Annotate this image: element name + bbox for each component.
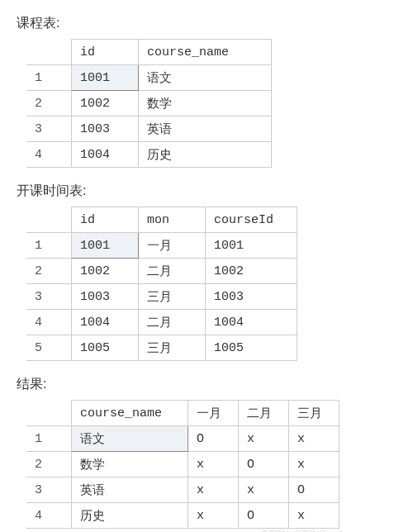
cell-m3: x bbox=[289, 452, 339, 477]
courses-table: id course_name 1 1001 语文 2 1002 数学 3 100… bbox=[26, 39, 272, 168]
table-row: 3 1003 英语 bbox=[26, 116, 272, 142]
schedule-title: 开课时间表: bbox=[17, 183, 396, 200]
schedule-table: id mon courseId 1 1001 一月 1001 2 1002 二月… bbox=[26, 207, 297, 361]
table-row: 3 英语 x x O bbox=[26, 477, 339, 503]
cell-m1: x bbox=[188, 452, 239, 477]
rownum-header bbox=[26, 40, 72, 65]
col-m1-header: 一月 bbox=[188, 401, 239, 426]
watermark-text: CSDN @QINKcsdn bbox=[17, 529, 347, 532]
col-m3-header: 三月 bbox=[289, 401, 339, 426]
table-row: 4 历史 x O x bbox=[26, 503, 339, 529]
col-coursename-header: course_name bbox=[139, 40, 272, 65]
cell-m2: O bbox=[239, 452, 289, 477]
cell-coursename: 数学 bbox=[139, 91, 272, 116]
rownum-header bbox=[26, 207, 72, 233]
rownum-cell: 2 bbox=[26, 91, 72, 116]
table-row: 2 数学 x O x bbox=[26, 452, 339, 477]
cell-courseid: 1001 bbox=[206, 233, 297, 259]
cell-id: 1003 bbox=[72, 116, 139, 142]
rownum-cell: 3 bbox=[26, 477, 72, 503]
table-row: 3 1003 三月 1003 bbox=[26, 284, 297, 310]
cell-m2: x bbox=[239, 426, 289, 452]
cell-coursename[interactable]: 语文 bbox=[72, 426, 188, 452]
rownum-cell: 1 bbox=[26, 65, 72, 91]
col-coursename-header: course_name bbox=[72, 401, 188, 426]
col-m2-header: 二月 bbox=[239, 401, 289, 426]
cell-m1: O bbox=[188, 426, 239, 452]
cell-coursename: 数学 bbox=[72, 452, 188, 477]
cell-m1: x bbox=[188, 503, 239, 529]
cell-id: 1004 bbox=[72, 310, 139, 335]
cell-m3: O bbox=[289, 477, 339, 503]
result-table: course_name 一月 二月 三月 1 语文 O x x 2 数学 x O… bbox=[26, 400, 339, 529]
cell-coursename: 历史 bbox=[72, 503, 188, 529]
rownum-cell: 1 bbox=[26, 233, 72, 259]
courses-title: 课程表: bbox=[17, 15, 396, 32]
rownum-cell: 4 bbox=[26, 503, 72, 529]
cell-id[interactable]: 1001 bbox=[72, 65, 139, 91]
cell-coursename: 英语 bbox=[72, 477, 188, 503]
cell-id: 1003 bbox=[72, 284, 139, 310]
cell-courseid: 1003 bbox=[206, 284, 297, 310]
cell-m3: x bbox=[289, 426, 339, 452]
cell-m3: x bbox=[289, 503, 339, 529]
table-row: 1 1001 语文 bbox=[26, 65, 272, 91]
rownum-cell: 3 bbox=[26, 284, 72, 310]
cell-courseid: 1005 bbox=[206, 335, 297, 361]
col-id-header: id bbox=[72, 207, 139, 233]
table-row: 4 1004 历史 bbox=[26, 142, 272, 168]
rownum-cell: 2 bbox=[26, 452, 72, 477]
col-mon-header: mon bbox=[139, 207, 206, 233]
cell-id: 1002 bbox=[72, 259, 139, 284]
table-row: 2 1002 二月 1002 bbox=[26, 259, 297, 284]
cell-coursename: 英语 bbox=[139, 116, 272, 142]
cell-mon: 二月 bbox=[139, 259, 206, 284]
cell-id: 1005 bbox=[72, 335, 139, 361]
cell-coursename: 语文 bbox=[139, 65, 272, 91]
table-row: 2 1002 数学 bbox=[26, 91, 272, 116]
rownum-cell: 1 bbox=[26, 426, 72, 452]
cell-id: 1002 bbox=[72, 91, 139, 116]
cell-courseid: 1004 bbox=[206, 310, 297, 335]
cell-id: 1004 bbox=[72, 142, 139, 168]
table-row: 1 语文 O x x bbox=[26, 426, 339, 452]
table-row: 1 1001 一月 1001 bbox=[26, 233, 297, 259]
rownum-header bbox=[26, 401, 72, 426]
result-title: 结果: bbox=[17, 376, 396, 393]
cell-m2: x bbox=[239, 477, 289, 503]
col-courseid-header: courseId bbox=[206, 207, 297, 233]
rownum-cell: 4 bbox=[26, 142, 72, 168]
cell-m2: O bbox=[239, 503, 289, 529]
table-row: 5 1005 三月 1005 bbox=[26, 335, 297, 361]
cell-mon: 三月 bbox=[139, 335, 206, 361]
cell-courseid: 1002 bbox=[206, 259, 297, 284]
cell-m1: x bbox=[188, 477, 239, 503]
rownum-cell: 2 bbox=[26, 259, 72, 284]
cell-mon: 三月 bbox=[139, 284, 206, 310]
cell-coursename: 历史 bbox=[139, 142, 272, 168]
rownum-cell: 5 bbox=[26, 335, 72, 361]
rownum-cell: 4 bbox=[26, 310, 72, 335]
col-id-header: id bbox=[72, 40, 139, 65]
cell-mon: 一月 bbox=[139, 233, 206, 259]
cell-mon: 二月 bbox=[139, 310, 206, 335]
table-row: 4 1004 二月 1004 bbox=[26, 310, 297, 335]
cell-id[interactable]: 1001 bbox=[72, 233, 139, 259]
rownum-cell: 3 bbox=[26, 116, 72, 142]
